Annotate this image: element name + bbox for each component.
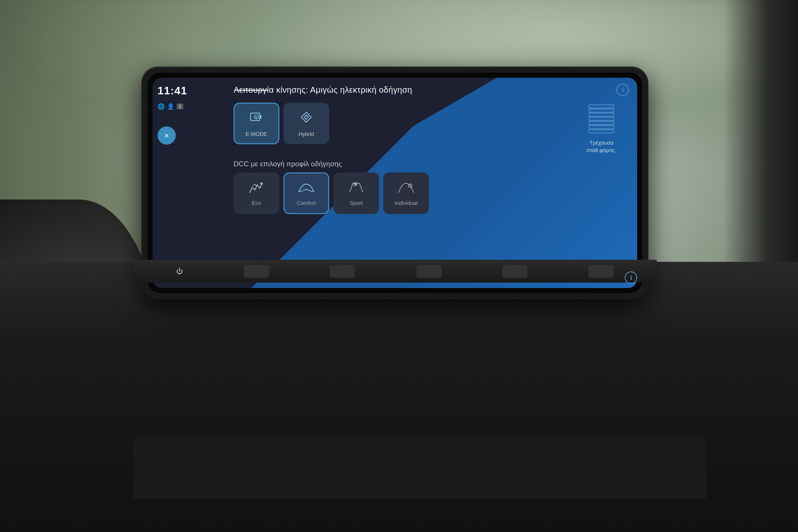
drive-mode-title: Λειτουργία κίνησης: Αμιγώς ηλεκτρική οδή… [234, 85, 412, 95]
time-display: 11:41 [158, 84, 220, 97]
drive-mode-section: E E-MODE [234, 103, 629, 154]
dashboard-lower [0, 262, 798, 532]
svg-rect-6 [589, 121, 614, 125]
dcc-section: DCC με επιλογή προφίλ οδήγησης [234, 160, 629, 214]
svg-rect-8 [589, 113, 614, 116]
info-button-1[interactable]: ℹ [616, 84, 629, 96]
top-header: Λειτουργία κίνησης: Αμιγώς ηλεκτρική οδή… [234, 84, 629, 96]
emode-button[interactable]: E E-MODE [234, 103, 279, 144]
sport-label: Sport [350, 200, 362, 206]
emode-label: E-MODE [246, 131, 267, 137]
eco-button[interactable]: Eco [234, 172, 279, 214]
comfort-icon [298, 181, 315, 197]
charging-label: Τρέχουσα στάθ.φόρτις. [586, 139, 616, 154]
battery-stack-icon [587, 103, 616, 136]
status-icons: 🌐 👤 2 [158, 103, 220, 110]
svg-rect-13 [354, 184, 355, 186]
content-inner: Λειτουργία κίνησης: Αμιγώς ηλεκτρική οδή… [225, 78, 637, 288]
left-sidebar: 11:41 🌐 👤 2 × OFF [153, 78, 225, 288]
dcc-buttons: Eco Comfort [234, 172, 629, 214]
user-icon: 👤 [167, 103, 174, 110]
eco-icon [248, 181, 265, 197]
individual-label: Individual [395, 200, 418, 206]
hybrid-label: Hybrid [298, 131, 314, 137]
svg-text:E: E [255, 116, 258, 119]
svg-rect-5 [589, 126, 614, 129]
individual-icon [398, 181, 414, 197]
svg-rect-1 [260, 115, 261, 118]
drive-buttons: E E-MODE [234, 103, 574, 144]
svg-rect-14 [355, 184, 357, 186]
charging-section: Τρέχουσα στάθ.φόρτις. [574, 103, 629, 154]
eco-label: Eco [252, 200, 261, 206]
honeycomb-panel [133, 436, 707, 499]
svg-rect-7 [589, 117, 614, 121]
svg-rect-11 [354, 182, 355, 184]
close-button[interactable]: × [158, 126, 176, 145]
info-button-2[interactable]: ℹ [625, 271, 637, 284]
comfort-button[interactable]: Comfort [283, 172, 329, 214]
individual-button[interactable]: Individual [383, 172, 429, 214]
globe-icon: 🌐 [158, 103, 165, 110]
emode-icon: E [249, 110, 264, 128]
main-content-area: Λειτουργία κίνησης: Αμιγώς ηλεκτρική οδή… [225, 78, 637, 288]
svg-rect-9 [589, 109, 614, 112]
hybrid-button[interactable]: Hybrid [283, 103, 329, 144]
sport-button[interactable]: Sport [333, 172, 379, 214]
car-interior: 11:41 🌐 👤 2 × OFF Λειτουργία κίνη [0, 0, 798, 532]
comfort-label: Comfort [297, 200, 316, 206]
power-icon[interactable]: ⏻ [176, 268, 183, 275]
svg-rect-10 [589, 105, 614, 108]
infotainment-screen: 11:41 🌐 👤 2 × OFF Λειτουργία κίνη [153, 78, 637, 288]
profile-badge: 2 [177, 103, 183, 109]
svg-rect-4 [589, 130, 614, 133]
sport-icon [348, 181, 365, 197]
hybrid-icon [299, 110, 314, 128]
dcc-title: DCC με επιλογή προφίλ οδήγησης [234, 160, 629, 168]
